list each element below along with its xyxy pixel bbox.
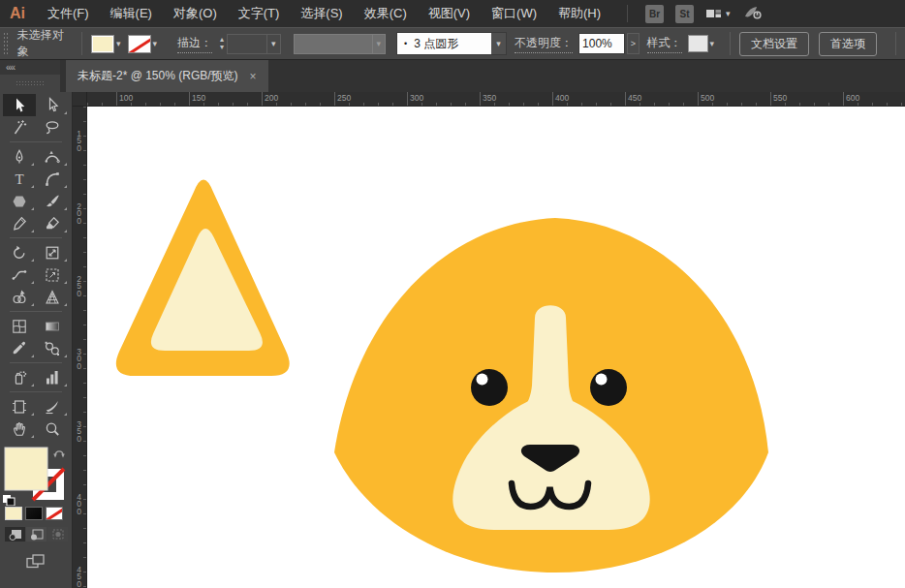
slice-tool[interactable] (36, 395, 69, 418)
ruler-tick (349, 103, 350, 107)
pen-tool[interactable] (3, 145, 36, 168)
scale-tool[interactable] (36, 241, 69, 263)
bridge-button[interactable]: Br (645, 5, 664, 23)
workspace-switcher[interactable]: ▾ (705, 6, 731, 21)
perspective-grid-tool[interactable] (36, 286, 69, 308)
close-tab-icon[interactable]: × (250, 70, 257, 83)
menu-item-7[interactable]: 窗口(W) (481, 0, 547, 27)
app-logo: Ai (0, 5, 37, 22)
ruler-tick (131, 103, 132, 107)
ruler-tick (145, 103, 146, 107)
selection-tool[interactable] (3, 94, 36, 116)
type-tool[interactable]: T (3, 168, 36, 190)
stroke-weight-dropdown[interactable]: ▾ (227, 34, 280, 54)
dog-right-eye[interactable] (590, 369, 627, 406)
paintbrush-tool[interactable] (36, 190, 69, 212)
control-bar: 未选择对象 ▾ ▾ 描边： ▴▾ ▾ ▾ • 3 点圆形 ▾ 不透明度： > 样… (0, 27, 905, 60)
menu-item-1[interactable]: 编辑(E) (100, 0, 163, 27)
mesh-tool[interactable] (3, 315, 36, 337)
tools-panel-header: «« (0, 60, 60, 92)
column-graph-tool[interactable] (36, 366, 69, 388)
gradient-button[interactable] (25, 507, 43, 520)
stroke-weight-label[interactable]: 描边： (177, 35, 212, 53)
ruler-tick (494, 103, 495, 107)
ruler-tick (814, 103, 815, 107)
direct-selection-tool[interactable] (36, 94, 69, 116)
brush-definition-dropdown[interactable]: • 3 点圆形 ▾ (396, 32, 507, 55)
horizontal-ruler[interactable]: 100150200250300350400450500550600 (87, 92, 905, 107)
eyedropper-tool[interactable] (3, 337, 36, 359)
hand-tool[interactable] (3, 418, 36, 440)
flyout-indicator (64, 413, 67, 416)
draw-normal-button[interactable] (5, 527, 25, 542)
selection-status: 未选择对象 (17, 27, 73, 60)
vertical-ruler[interactable]: 1 5 02 0 02 5 03 0 03 5 04 0 04 5 0 (73, 107, 87, 588)
stroke-none-swatch[interactable] (128, 35, 151, 53)
document-tab[interactable]: 未标题-2* @ 150% (RGB/预览) × (66, 60, 268, 92)
magic-wand-tool[interactable] (3, 116, 36, 139)
artwork (87, 107, 905, 588)
draw-behind-button[interactable] (26, 527, 47, 542)
gradient-tool[interactable] (36, 315, 69, 337)
screen-mode-icon[interactable] (25, 553, 47, 573)
opacity-label[interactable]: 不透明度： (515, 35, 573, 53)
canvas[interactable] (87, 107, 905, 588)
menu-item-2[interactable]: 对象(O) (163, 0, 228, 27)
menu-item-3[interactable]: 文字(T) (228, 0, 291, 27)
menu-item-5[interactable]: 效果(C) (354, 0, 418, 27)
brush-dropdown-button[interactable]: ▾ (491, 33, 506, 54)
menu-item-6[interactable]: 视图(V) (418, 0, 481, 27)
brush-field[interactable]: • 3 点圆形 (397, 33, 491, 54)
menu-item-4[interactable]: 选择(S) (290, 0, 353, 27)
style-swatch-control[interactable]: ▾ (688, 35, 715, 52)
menu-item-0[interactable]: 文件(F) (37, 0, 100, 27)
fill-color-control[interactable]: ▾ (91, 35, 121, 53)
control-bar-grip[interactable] (3, 32, 8, 55)
polygon-icon (11, 193, 28, 210)
arc-tool[interactable] (36, 168, 69, 190)
panel-drag-handle[interactable] (16, 80, 45, 85)
ruler-label: 400 (555, 93, 569, 103)
collapse-panel-button[interactable]: «« (0, 61, 15, 74)
ruler-tick (770, 92, 771, 106)
stroke-weight-stepper[interactable]: ▴▾ (220, 36, 224, 51)
preferences-button[interactable]: 首选项 (819, 32, 877, 56)
artboard-tool[interactable] (3, 395, 36, 418)
fill-indicator[interactable] (5, 448, 47, 490)
default-fill-stroke-icon[interactable] (3, 495, 15, 506)
flyout-indicator (64, 303, 67, 306)
stock-button[interactable]: St (675, 5, 694, 23)
rotate-tool[interactable] (3, 241, 36, 263)
none-button[interactable] (46, 507, 63, 520)
curvature-tool[interactable] (36, 145, 69, 168)
opacity-expand-button[interactable]: > (627, 33, 640, 54)
dog-left-eye[interactable] (471, 369, 508, 406)
width-tool[interactable] (3, 263, 36, 286)
zoom-tool[interactable] (36, 418, 69, 440)
ruler-tick (83, 470, 87, 471)
ruler-tick (625, 92, 626, 106)
ruler-tick (276, 103, 277, 107)
swap-fill-stroke-icon[interactable] (53, 451, 65, 458)
blend-tool[interactable] (36, 337, 69, 359)
toolbar-separator (3, 139, 69, 145)
flyout-indicator (31, 355, 34, 357)
symbol-sprayer-tool[interactable] (3, 366, 36, 388)
eraser-tool[interactable] (36, 212, 69, 234)
document-setup-button[interactable]: 文档设置 (739, 32, 809, 56)
style-swatch[interactable] (688, 35, 708, 52)
free-transform-tool[interactable] (36, 263, 69, 286)
shaper-tool[interactable] (3, 212, 36, 234)
style-label[interactable]: 样式： (647, 35, 682, 53)
fill-color-swatch[interactable] (91, 35, 114, 53)
menu-item-8[interactable]: 帮助(H) (547, 0, 611, 27)
color-button[interactable] (5, 507, 22, 520)
opacity-input[interactable] (578, 33, 625, 54)
ruler-origin-corner[interactable] (73, 92, 87, 107)
lasso-tool[interactable] (36, 116, 69, 139)
polygon-tool[interactable] (3, 190, 36, 212)
stroke-color-control[interactable]: ▾ (128, 35, 158, 53)
rotate-icon (11, 244, 28, 262)
shape-builder-tool[interactable] (3, 286, 36, 308)
gpu-performance-icon[interactable] (742, 4, 764, 24)
